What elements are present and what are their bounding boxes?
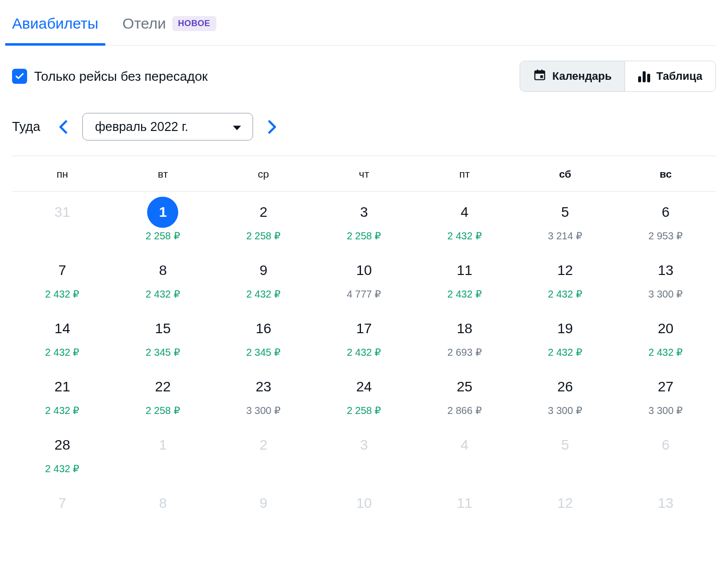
day-price: 2 258 ₽ [146, 230, 180, 242]
calendar-day[interactable]: 32 258 ₽ [314, 192, 414, 250]
day-price: 2 432 ₽ [649, 346, 683, 358]
day-number: 17 [356, 318, 372, 339]
day-number: 26 [557, 376, 573, 397]
price-calendar: пнвтсрчтптсбвс 3112 258 ₽22 258 ₽32 258 … [12, 156, 716, 541]
day-number: 25 [457, 376, 472, 397]
dow-label: вс [616, 168, 716, 180]
day-number: 9 [260, 260, 268, 281]
calendar-day[interactable]: 182 693 ₽ [414, 308, 515, 366]
day-number: 28 [55, 435, 70, 456]
calendar-day: 2 [213, 425, 314, 483]
day-number: 10 [356, 493, 372, 514]
view-calendar-label: Календарь [552, 70, 612, 83]
day-number: 13 [658, 260, 673, 281]
day-number: 3 [360, 202, 368, 223]
month-navigation: Туда февраль 2022 г. [12, 104, 716, 156]
day-number: 15 [155, 318, 171, 339]
calendar-header: пнвтсрчтптсбвс [12, 156, 716, 192]
day-number: 4 [460, 202, 468, 223]
day-price: 2 432 ₽ [347, 346, 382, 358]
calendar-day[interactable]: 62 953 ₽ [616, 192, 716, 250]
calendar-day[interactable]: 273 300 ₽ [616, 366, 716, 425]
day-price: 3 300 ₽ [649, 288, 683, 300]
calendar-day: 12 [515, 483, 615, 541]
new-badge: НОВОЕ [172, 16, 216, 31]
calendar-day: 6 [616, 425, 716, 483]
calendar-day[interactable]: 53 214 ₽ [515, 192, 615, 250]
calendar-day[interactable]: 282 432 ₽ [12, 425, 112, 483]
day-price: 4 777 ₽ [347, 288, 382, 300]
day-price: 2 432 ₽ [45, 463, 80, 475]
view-table-button[interactable]: Таблица [625, 61, 715, 91]
tab-flights[interactable]: Авиабилеты [12, 11, 98, 45]
calendar-day[interactable]: 72 432 ₽ [12, 250, 112, 308]
calendar-day[interactable]: 162 345 ₽ [213, 308, 314, 366]
day-price: 2 432 ₽ [246, 288, 281, 300]
direct-only-checkbox[interactable]: Только рейсы без пересадок [12, 69, 208, 84]
svg-rect-2 [537, 69, 538, 71]
dow-label: чт [314, 168, 414, 180]
calendar-day[interactable]: 202 432 ₽ [616, 308, 716, 366]
dow-label: пт [414, 168, 515, 180]
view-calendar-button[interactable]: Календарь [520, 61, 625, 91]
day-number: 1 [147, 197, 178, 228]
calendar-day[interactable]: 22 258 ₽ [213, 192, 314, 250]
dow-label: ср [213, 168, 314, 180]
calendar-day[interactable]: 104 777 ₽ [314, 250, 414, 308]
day-number: 20 [658, 318, 673, 339]
day-number: 5 [561, 202, 569, 223]
day-number: 6 [662, 435, 670, 456]
chevron-down-icon [232, 119, 241, 134]
calendar-day[interactable]: 222 258 ₽ [112, 366, 213, 425]
calendar-day[interactable]: 133 300 ₽ [616, 250, 716, 308]
direction-label: Туда [12, 119, 40, 134]
calendar-day[interactable]: 92 432 ₽ [213, 250, 314, 308]
tab-hotels-label: Отели [123, 15, 166, 32]
svg-rect-4 [540, 75, 543, 78]
next-month-button[interactable] [264, 117, 280, 137]
filter-row: Только рейсы без пересадок Календарь [12, 46, 716, 104]
calendar-day[interactable]: 192 432 ₽ [515, 308, 615, 366]
calendar-day[interactable]: 212 432 ₽ [12, 366, 112, 425]
day-number: 1 [159, 435, 167, 456]
calendar-day[interactable]: 122 432 ₽ [515, 250, 615, 308]
day-number: 24 [356, 376, 372, 397]
calendar-day[interactable]: 82 432 ₽ [112, 250, 213, 308]
calendar-day[interactable]: 172 432 ₽ [314, 308, 414, 366]
day-number: 16 [256, 318, 271, 339]
calendar-day: 9 [213, 483, 314, 541]
day-number: 12 [557, 260, 573, 281]
day-price: 3 300 ₽ [246, 404, 281, 416]
day-number: 5 [561, 435, 569, 456]
day-number: 22 [155, 376, 171, 397]
day-price: 3 214 ₽ [548, 230, 582, 242]
month-select[interactable]: февраль 2022 г. [82, 113, 253, 140]
checkmark-icon [12, 69, 27, 84]
dow-label: вт [112, 168, 213, 180]
day-number: 19 [557, 318, 573, 339]
calendar-day: 5 [515, 425, 615, 483]
calendar-day[interactable]: 252 866 ₽ [414, 366, 515, 425]
tab-hotels[interactable]: Отели НОВОЕ [123, 11, 216, 45]
day-number: 18 [457, 318, 472, 339]
calendar-day[interactable]: 263 300 ₽ [515, 366, 615, 425]
calendar-day[interactable]: 42 432 ₽ [414, 192, 515, 250]
calendar-day[interactable]: 12 258 ₽ [112, 192, 213, 250]
calendar-day[interactable]: 152 345 ₽ [112, 308, 213, 366]
calendar-day[interactable]: 233 300 ₽ [213, 366, 314, 425]
view-toggle: Календарь Таблица [520, 61, 716, 92]
calendar-day[interactable]: 112 432 ₽ [414, 250, 515, 308]
day-price: 2 345 ₽ [246, 346, 281, 358]
dow-label: сб [515, 168, 615, 180]
calendar-day[interactable]: 142 432 ₽ [12, 308, 112, 366]
day-number: 11 [457, 493, 472, 514]
calendar-day: 1 [112, 425, 213, 483]
day-number: 27 [658, 376, 673, 397]
calendar-day[interactable]: 242 258 ₽ [314, 366, 414, 425]
day-price: 2 258 ₽ [246, 230, 281, 242]
top-tabs: Авиабилеты Отели НОВОЕ [12, 0, 716, 46]
prev-month-button[interactable] [55, 117, 71, 137]
day-price: 2 432 ₽ [548, 346, 582, 358]
svg-rect-3 [541, 69, 542, 71]
calendar-day: 13 [616, 483, 716, 541]
